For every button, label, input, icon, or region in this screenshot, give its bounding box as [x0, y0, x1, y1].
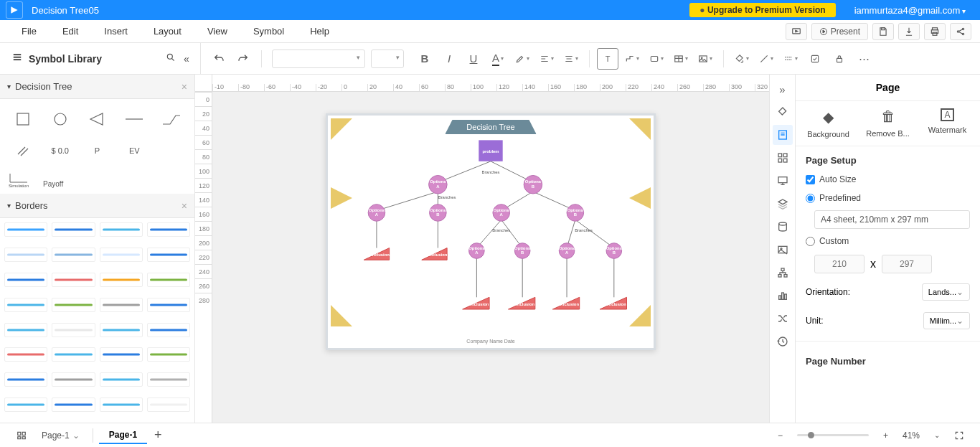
image-panel-button[interactable] [773, 240, 793, 260]
account-menu[interactable]: iammurtaza4@gmail.com [846, 5, 974, 16]
border-item[interactable] [52, 298, 95, 312]
unit-select[interactable]: Millim... [923, 312, 970, 329]
image-button[interactable] [694, 48, 716, 70]
align-v-button[interactable] [560, 48, 582, 70]
tab-background[interactable]: ◆Background [798, 108, 857, 138]
tab-watermark[interactable]: AWatermark [918, 108, 976, 138]
presentation-icon-button[interactable] [773, 171, 793, 191]
auto-size-checkbox[interactable]: Auto Size [796, 170, 980, 189]
shape-ev[interactable]: EV [117, 136, 151, 165]
category-close-icon[interactable]: × [182, 200, 187, 212]
zoom-slider[interactable] [797, 434, 869, 436]
underline-button[interactable]: U [463, 48, 484, 70]
layers-button[interactable] [773, 194, 793, 214]
expand-panel-button[interactable]: » [773, 79, 793, 99]
border-item[interactable] [4, 298, 47, 312]
page-footer-text[interactable]: Company Name Date [466, 339, 514, 344]
border-item[interactable] [4, 347, 47, 362]
shuffle-button[interactable] [773, 309, 793, 329]
menu-help[interactable]: Help [297, 26, 342, 37]
shape-simulation[interactable]: Simulation [9, 171, 29, 188]
width-input[interactable] [814, 255, 864, 273]
present-button[interactable]: Present [811, 23, 868, 40]
font-color-button[interactable]: A [487, 48, 509, 70]
border-item[interactable] [4, 372, 47, 387]
zoom-dropdown[interactable]: ⌄ [927, 428, 947, 442]
border-item[interactable] [100, 248, 143, 262]
bold-button[interactable]: B [414, 48, 435, 70]
predefined-size-select[interactable]: A4 sheet, 210mm x 297 mm [814, 210, 970, 229]
decision-tree-diagram[interactable]: problem Branches OptionsA OptionsB Branc… [328, 116, 654, 348]
menu-file[interactable]: File [9, 26, 50, 37]
save-button[interactable] [872, 23, 894, 40]
menu-view[interactable]: View [194, 26, 240, 37]
align-h-button[interactable] [536, 48, 557, 70]
tree-button[interactable] [773, 263, 793, 283]
border-item[interactable] [147, 248, 190, 262]
zoom-out-button[interactable]: − [771, 428, 790, 443]
line-style-button[interactable] [780, 48, 801, 70]
tab-remove-bg[interactable]: 🗑Remove B... [858, 108, 917, 138]
shape-square[interactable] [6, 105, 40, 133]
shape-payoff[interactable]: Payoff [43, 180, 63, 188]
upgrade-button[interactable]: Upgrade to Premium Version [689, 3, 835, 17]
border-item[interactable] [147, 397, 190, 412]
canvas-viewport[interactable]: Decision Tree problem [212, 92, 769, 423]
category-borders[interactable]: ▾ Borders × [0, 194, 194, 218]
theme-button[interactable] [773, 102, 793, 122]
border-item[interactable] [100, 222, 143, 237]
border-item[interactable] [4, 273, 47, 287]
menu-layout[interactable]: Layout [141, 26, 194, 37]
more-tools-button[interactable]: ⋯ [853, 48, 875, 70]
border-item[interactable] [52, 323, 95, 337]
chart-button[interactable] [773, 286, 793, 306]
font-family-select[interactable] [272, 50, 365, 68]
lock-button[interactable] [829, 48, 850, 70]
zoom-in-button[interactable]: + [876, 428, 895, 443]
border-item[interactable] [100, 372, 143, 387]
checkbox-tool-button[interactable] [804, 48, 826, 70]
add-page-button[interactable]: + [147, 425, 169, 446]
predefined-radio[interactable]: Predefined [796, 189, 980, 207]
text-tool-button[interactable]: T [597, 48, 618, 70]
italic-button[interactable]: I [438, 48, 460, 70]
height-input[interactable] [882, 255, 932, 273]
fullscreen-button[interactable] [947, 428, 971, 443]
border-item[interactable] [147, 273, 190, 287]
font-size-select[interactable] [371, 50, 404, 68]
page-list-button[interactable] [9, 428, 34, 443]
border-item[interactable] [147, 222, 190, 237]
border-item[interactable] [4, 323, 47, 337]
border-item[interactable] [4, 222, 47, 237]
border-item[interactable] [147, 298, 190, 312]
highlight-button[interactable] [512, 48, 533, 70]
shape-p[interactable]: P [80, 136, 115, 165]
download-button[interactable] [898, 23, 920, 40]
border-item[interactable] [100, 347, 143, 362]
page-canvas[interactable]: Decision Tree problem [326, 113, 656, 350]
app-logo[interactable] [6, 1, 23, 19]
document-title[interactable]: Decision Tree05 [32, 5, 689, 16]
table-button[interactable] [670, 48, 692, 70]
fill-button[interactable] [731, 48, 753, 70]
zoom-value[interactable]: 41% [895, 428, 927, 443]
border-item[interactable] [52, 248, 95, 262]
border-item[interactable] [52, 372, 95, 387]
border-item[interactable] [100, 323, 143, 337]
border-item[interactable] [4, 248, 47, 262]
border-item[interactable] [147, 372, 190, 387]
data-button[interactable] [773, 217, 793, 237]
orientation-select[interactable]: Lands... [922, 283, 970, 301]
slideshow-button[interactable] [786, 23, 807, 40]
undo-button[interactable] [208, 48, 230, 70]
shape-circle[interactable] [43, 105, 77, 133]
border-item[interactable] [52, 273, 95, 287]
shape-probability[interactable]: $ 0.0 [43, 136, 77, 165]
page-tab-1[interactable]: Page-1 [99, 427, 147, 444]
shape-rect-button[interactable] [646, 48, 667, 70]
border-item[interactable] [100, 397, 143, 412]
library-collapse-button[interactable]: « [179, 53, 194, 65]
border-item[interactable] [100, 273, 143, 287]
connector-button[interactable] [621, 48, 643, 70]
share-button[interactable] [950, 23, 971, 40]
